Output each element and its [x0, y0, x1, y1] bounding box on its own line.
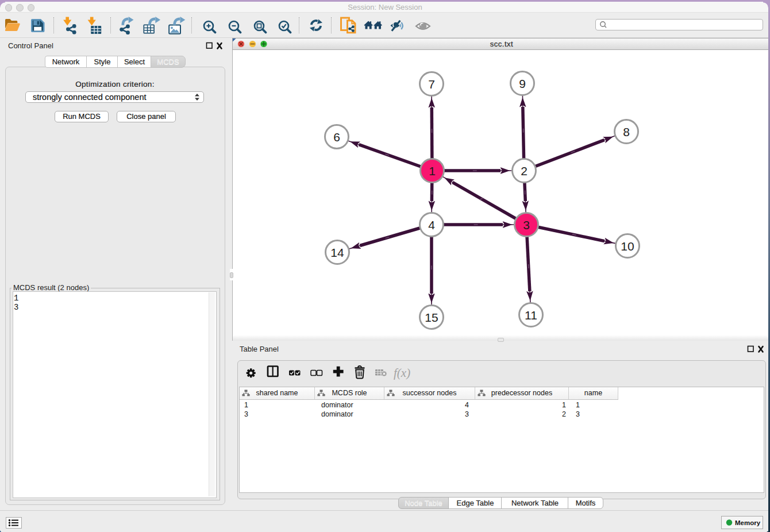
svg-text:Memory: Memory [735, 519, 761, 526]
svg-text:6: 6 [333, 130, 340, 144]
svg-text:4: 4 [428, 218, 435, 232]
svg-text:15: 15 [425, 311, 438, 324]
svg-text:9: 9 [519, 77, 526, 90]
svg-text:10: 10 [621, 240, 634, 253]
svg-text:8: 8 [623, 125, 630, 138]
svg-text:14: 14 [330, 246, 344, 259]
svg-text:f(x): f(x) [394, 366, 410, 380]
svg-text:11: 11 [525, 309, 537, 322]
svg-text:2: 2 [521, 164, 528, 178]
svg-text:3: 3 [523, 218, 530, 232]
svg-text:1: 1 [429, 164, 436, 178]
svg-text:7: 7 [428, 78, 435, 91]
